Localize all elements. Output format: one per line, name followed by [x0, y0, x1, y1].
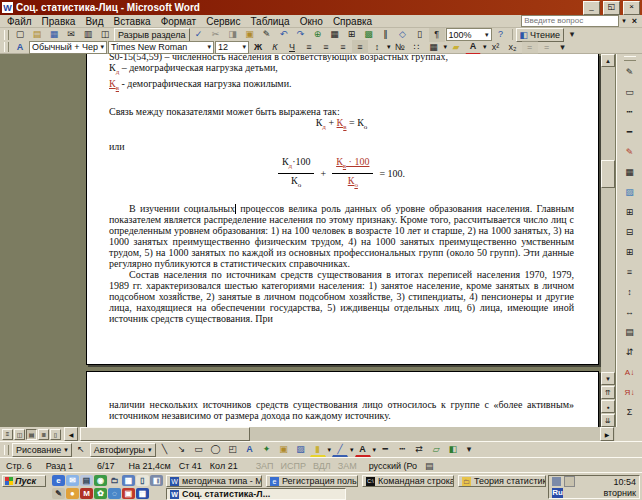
toolbar-options-icon[interactable]: ▾: [462, 443, 476, 457]
highlight-icon[interactable]: ▰: [448, 40, 464, 54]
styles-pane-icon[interactable]: А: [12, 40, 28, 54]
ask-question-dropdown-icon[interactable]: ▾: [619, 17, 629, 25]
justify-icon[interactable]: ≡: [352, 40, 368, 54]
menu-view[interactable]: Вид: [80, 16, 108, 27]
document-page-2[interactable]: наличии нескольких источников средств су…: [86, 371, 599, 428]
equation-icon[interactable]: =: [522, 40, 538, 54]
ie-icon[interactable]: e: [52, 475, 65, 486]
menu-table[interactable]: Таблица: [245, 16, 294, 27]
insert-table-icon[interactable]: ⊞: [619, 203, 640, 222]
menu-format[interactable]: Формат: [156, 16, 202, 27]
draw-menu-button[interactable]: Рисование ▾: [12, 443, 72, 457]
scroll-left-icon[interactable]: ◀: [64, 427, 78, 441]
borders-dropdown-icon[interactable]: ▾: [444, 43, 448, 51]
font-color-icon[interactable]: А: [355, 442, 371, 457]
line-style-icon[interactable]: ┅: [619, 103, 640, 122]
web-layout-view-icon[interactable]: ◫: [14, 429, 25, 440]
browse-previous-icon[interactable]: ⇈: [601, 386, 615, 399]
arrow-icon[interactable]: ↘: [174, 443, 190, 457]
taskbar-button-registration[interactable]: e Регистрация польз...: [266, 475, 358, 487]
merge-cells-icon[interactable]: ⊟: [619, 223, 640, 242]
scroll-down-icon[interactable]: ▼: [601, 372, 615, 385]
document-page-1[interactable]: S0-15(54,59) – численность населения в с…: [86, 54, 599, 365]
menu-help[interactable]: Справка: [328, 16, 377, 27]
toolbar-grip[interactable]: [4, 445, 9, 455]
section-break-button[interactable]: Разрыв раздела: [114, 28, 190, 42]
print-layout-view-icon[interactable]: ▤: [26, 429, 37, 440]
split-cells-icon[interactable]: ⊞: [619, 243, 640, 262]
line-color-dropdown-icon[interactable]: ▾: [350, 446, 354, 454]
eraser-icon[interactable]: ▭: [619, 83, 640, 102]
sort-ascending-icon[interactable]: А↓: [619, 363, 640, 382]
sort-descending-icon[interactable]: Я↓: [619, 383, 640, 402]
toolbar-options-icon[interactable]: ▾: [556, 40, 570, 54]
monitor-icon[interactable]: ◧: [150, 475, 163, 486]
normal-view-icon[interactable]: ≡: [2, 429, 13, 440]
table-autoformat-icon[interactable]: ▤: [619, 323, 640, 342]
outside-border-icon[interactable]: ▦: [619, 163, 640, 182]
menu-window[interactable]: Окно: [295, 16, 328, 27]
status-extend-selection[interactable]: ВДЛ: [313, 461, 331, 471]
wordart-icon[interactable]: А: [242, 443, 258, 457]
bullets-icon[interactable]: ∷: [409, 40, 425, 54]
text-box-icon[interactable]: ◰: [225, 443, 241, 457]
autosum-icon[interactable]: Σ: [619, 403, 640, 422]
italic-icon[interactable]: К: [267, 40, 283, 54]
fill-color-dropdown-icon[interactable]: ▾: [328, 446, 332, 454]
line-style-icon[interactable]: ━: [377, 443, 393, 457]
fill-color-icon[interactable]: ▮: [310, 442, 326, 457]
notepad-icon[interactable]: ▯: [136, 475, 149, 486]
line-color-icon[interactable]: ╱: [332, 442, 348, 457]
explorer-icon[interactable]: 🗀: [108, 475, 121, 486]
taskbar-button-active-word[interactable]: W Соц. статистика-Л...: [166, 488, 346, 500]
status-overtype[interactable]: ЗАМ: [338, 461, 357, 471]
taskbar-button-methodichka[interactable]: W методичка типа - Mic...: [166, 475, 262, 487]
mail-icon[interactable]: ✉: [63, 28, 79, 42]
browse-next-icon[interactable]: ⇊: [601, 414, 615, 427]
line-spacing-icon[interactable]: ↕: [369, 40, 385, 54]
insert-picture-icon[interactable]: ▨: [293, 443, 309, 457]
style-dropdown-icon[interactable]: ▾: [100, 43, 104, 51]
menu-insert[interactable]: Вставка: [108, 16, 155, 27]
start-button[interactable]: Пуск: [2, 475, 46, 487]
subscript-icon[interactable]: х₂: [505, 40, 521, 54]
size-dropdown-icon[interactable]: ▾: [242, 43, 246, 51]
vertical-scroll-thumb[interactable]: [601, 160, 615, 188]
font-color-dropdown-icon[interactable]: ▾: [373, 446, 377, 454]
underline-icon[interactable]: Ч: [284, 40, 300, 54]
ask-question-input[interactable]: Введите вопрос: [521, 15, 619, 27]
line-weight-icon[interactable]: ━: [619, 123, 640, 142]
winamp-icon[interactable]: M: [80, 488, 93, 499]
cell-alignment-icon[interactable]: ≡: [619, 263, 640, 282]
msn-icon[interactable]: ◌: [108, 488, 121, 499]
outlook-icon[interactable]: ✉: [66, 475, 79, 486]
rectangle-icon[interactable]: ▭: [191, 443, 207, 457]
zoom-dropdown-icon[interactable]: ▾: [485, 31, 489, 39]
shading-color-icon[interactable]: ▨: [619, 183, 640, 202]
powerpoint-icon[interactable]: ▣: [122, 488, 135, 499]
horizontal-scroll-thumb[interactable]: [80, 427, 250, 441]
align-center-icon[interactable]: ≡: [318, 40, 334, 54]
outline-view-icon[interactable]: ≣: [38, 429, 49, 440]
select-browse-object-icon[interactable]: ●: [601, 400, 615, 413]
numbering-icon[interactable]: №: [392, 40, 408, 54]
draw-table-icon[interactable]: ✎: [619, 63, 640, 82]
close-button[interactable]: ×: [623, 1, 640, 15]
shadow-style-icon[interactable]: ▱: [428, 443, 444, 457]
scroll-up-icon[interactable]: ▲: [601, 54, 615, 67]
minimize-button[interactable]: _: [583, 1, 600, 15]
save-icon[interactable]: ▦: [46, 28, 62, 42]
font-color-dropdown-icon[interactable]: ▾: [483, 43, 487, 51]
autoshapes-menu-button[interactable]: Автофигуры ▾: [90, 443, 156, 457]
show-desktop-icon[interactable]: ▤: [80, 475, 93, 486]
cut-icon[interactable]: ✂: [208, 28, 224, 42]
open-icon[interactable]: ▤: [29, 28, 45, 42]
clock-tool-icon[interactable]: ●: [66, 488, 79, 499]
taskbar-button-command-line[interactable]: C:\ Командная строка: [362, 475, 454, 487]
language-indicator[interactable]: Ru: [552, 488, 563, 498]
font-size-combo[interactable]: 12 ▾: [215, 41, 249, 54]
distribute-columns-icon[interactable]: ↔: [619, 303, 640, 322]
menu-tools[interactable]: Сервис: [201, 16, 245, 27]
scroll-right-icon[interactable]: ▶: [600, 427, 614, 441]
line-icon[interactable]: ╲: [157, 443, 173, 457]
